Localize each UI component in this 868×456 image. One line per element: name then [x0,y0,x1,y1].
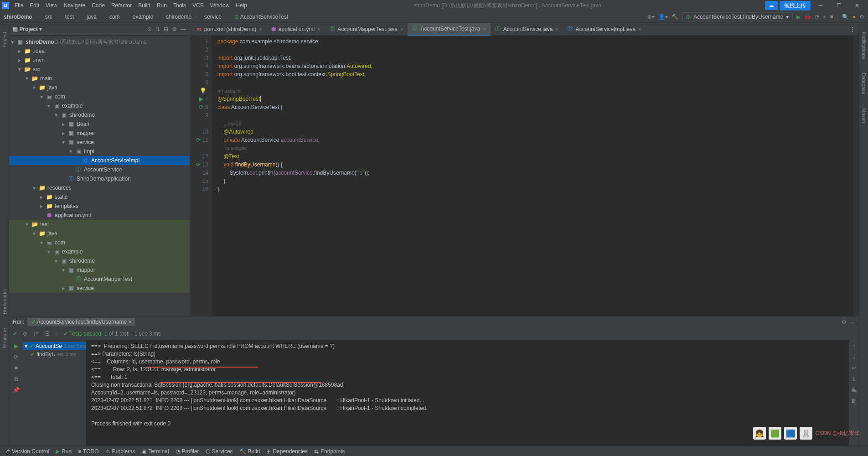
editor-tab[interactable]: ⬢application.yml× [267,23,325,36]
status-build[interactable]: 🔨 Build [239,448,260,455]
editor-tab[interactable]: ⒸAccountServiceImpl.java× [563,23,646,36]
tree-row[interactable]: ⒾAccountService [9,165,190,174]
tree-row[interactable]: ▾▣shirodemo [9,256,190,265]
breadcrumb-item[interactable]: example [133,14,153,20]
breadcrumb-item[interactable]: test [65,14,74,20]
tree-row[interactable]: ▾▣service [9,138,190,147]
tree-row[interactable]: ⒸAccountMapperTest [9,275,190,284]
run-gear-icon[interactable]: ⚙ [842,319,847,325]
console-output[interactable]: ==> Preparing: SELECT id,username,passwo… [87,340,849,446]
tree-row[interactable]: ▾📂main [9,74,190,83]
tree-row[interactable]: ▸📁static [9,192,190,202]
minimize-button[interactable]: ─ [811,0,830,10]
gear-icon[interactable]: ⚙ [172,26,177,32]
cloud-icon[interactable]: ☁ [765,1,778,10]
bookmarks-tool-button[interactable]: Bookmarks [2,289,7,314]
tree-row[interactable]: ▸▣mapper [9,129,190,138]
profile-button[interactable]: ⌖ [823,14,826,20]
stop-button[interactable]: ■ [830,14,833,20]
tree-row[interactable]: ▾📁java [9,229,190,238]
menu-window[interactable]: Window [207,1,232,10]
tab-more-icon[interactable]: ⋮ [846,26,859,32]
softwrap-icon[interactable]: ↩ [852,365,856,371]
sort2-icon[interactable]: IΞ [44,331,49,337]
status-services[interactable]: ⬡ Services [206,448,233,455]
editor-scrollbar[interactable] [853,36,859,316]
coverage-button[interactable]: ◔ [815,14,819,20]
run-button[interactable]: ▶ [796,14,801,20]
menu-help[interactable]: Help [233,1,250,10]
hammer-icon[interactable]: 🔨 [672,14,678,20]
run-tab[interactable]: ✔ AccountServiceTest.findByUsername × [27,318,135,326]
chevron-down-icon[interactable]: ▾ [38,26,42,32]
tree-row[interactable]: ▾▣example [9,101,190,110]
tree-row[interactable]: ⒸAccountServiceImpl [9,156,190,165]
show-ignored-icon[interactable]: ⊘ [23,331,27,337]
tree-row[interactable]: ⒸShiroDemoApplication [9,174,190,183]
scroll-up-icon[interactable]: ↑ [852,343,855,349]
tree-row[interactable]: ▾▣Impl [9,147,190,156]
database-button[interactable]: Database [861,73,867,94]
status-vcs[interactable]: ⎇ Version Control [4,448,49,455]
tree-row[interactable]: ▸▣Bean [9,119,190,129]
rerun-failed-button[interactable]: ⟳ [14,354,18,360]
structure-tool-button[interactable]: Structure [2,328,7,348]
notifications-button[interactable]: Notifications [861,32,867,59]
status-terminal[interactable]: ▣ Terminal [141,448,169,455]
expand-icon[interactable]: ⇅ [155,26,160,32]
tree-row[interactable]: ▸📁templates [9,202,190,211]
tree-row[interactable]: ⬢application.yml [9,211,190,220]
editor-tab[interactable]: mpom.xml (shiroDemo)× [192,23,267,36]
rerun-button[interactable]: ▶ [14,343,18,349]
run-hide-icon[interactable]: — [850,319,855,325]
sort-icon[interactable]: ↓≡ [33,331,39,337]
collapse-icon[interactable]: ⊟ [164,26,168,32]
project-tree[interactable]: ▾▣shiroDemo D:\系统默认\桌面\博客素材\shiroDemo▸📁.… [9,36,190,316]
status-endpoints[interactable]: ⇆ Endpoints [314,448,345,455]
breadcrumb-item[interactable]: com [109,14,120,20]
search-icon[interactable]: 🔍 [842,14,849,20]
clear-icon[interactable]: 🗑 [851,398,857,404]
locate-icon[interactable]: ⊙ [147,26,152,32]
project-tool-button[interactable]: Project [2,32,7,47]
debug-button[interactable]: 🐞 [804,14,811,20]
maven-button[interactable]: Maven [861,108,867,123]
code-editor[interactable]: package com.example.shirodemo.service;im… [212,36,853,316]
tree-row[interactable]: ▾▣com [9,238,190,247]
close-button[interactable]: ✕ [848,0,866,10]
menu-navigate[interactable]: Navigate [61,1,88,10]
breadcrumb-item[interactable]: java [87,14,97,20]
tree-row[interactable]: ▸📁.mvn [9,56,190,65]
run-config-select[interactable]: ⊙ AccountServiceTest.findByUsername ▾ [682,12,793,21]
tree-row[interactable]: ▾▣mapper [9,265,190,275]
tree-row[interactable]: ▾📂src [9,65,190,74]
user-icon[interactable]: 👤▾ [658,14,668,20]
hide-icon[interactable]: — [181,26,186,32]
scroll-down-icon[interactable]: ↓ [852,354,855,360]
test-row[interactable]: ✔ findByU sec 3 ms [23,350,86,358]
upload-button[interactable]: 拖拽上传 [780,1,811,10]
tree-row[interactable]: ▸📁.idea [9,47,190,56]
editor-tab[interactable]: ⒸAccountMapperTest.java× [325,23,408,36]
breadcrumb-item[interactable]: src [45,14,52,20]
menu-run[interactable]: Run [154,1,170,10]
breadcrumb-item[interactable]: shirodemo [166,14,191,20]
status-profiler[interactable]: ◔ Profiler [176,448,199,455]
test-tree[interactable]: ▾ ✔ AccountSe 1 sec 3 ms✔ findByU sec 3 … [23,340,87,446]
print-icon[interactable]: 🖶 [851,387,857,393]
status-problems[interactable]: ⚠ Problems [105,448,135,455]
scroll-end-icon[interactable]: ⤓ [852,376,856,382]
menu-tools[interactable]: Tools [170,1,189,10]
tree-row[interactable]: ▾▣example [9,247,190,256]
show-passed-icon[interactable]: ✔ [13,331,17,337]
menu-edit[interactable]: Edit [27,1,42,10]
settings-icon[interactable]: ⚙ [859,14,864,20]
tree-row[interactable]: ▸▣service [9,284,190,293]
editor-tab[interactable]: ⒸAccountServiceTest.java× [408,23,490,36]
menu-vcs[interactable]: VCS [190,1,207,10]
editor-tab[interactable]: ⒾAccountService.java× [491,23,563,36]
menu-file[interactable]: File [12,1,26,10]
project-view-icon[interactable]: ▦ [13,26,18,32]
menu-code[interactable]: Code [89,1,108,10]
tree-row[interactable]: ▾▣shirodemo [9,110,190,119]
